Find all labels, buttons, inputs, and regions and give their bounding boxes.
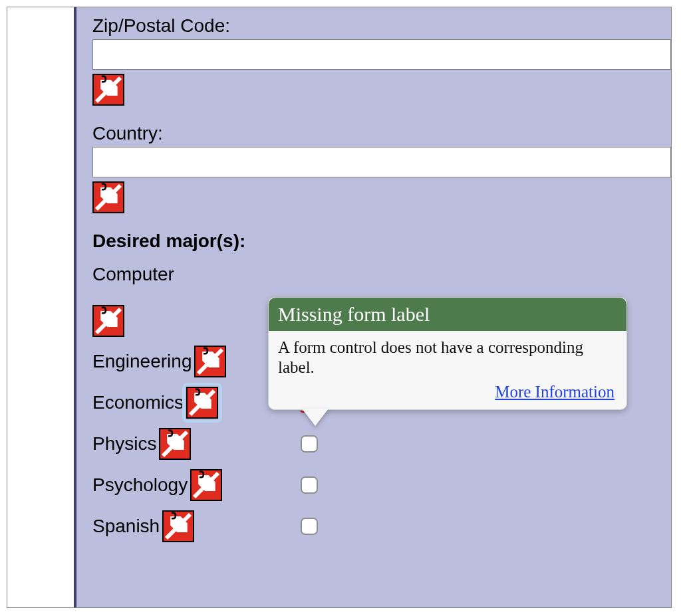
- major-label: Computer: [92, 264, 671, 285]
- missing-label-icon[interactable]: [92, 74, 124, 106]
- missing-label-icon[interactable]: [190, 469, 222, 501]
- desired-majors-heading: Desired major(s):: [92, 231, 671, 252]
- country-label: Country:: [92, 123, 671, 144]
- major-label: Physics: [92, 433, 156, 455]
- more-information-link[interactable]: More Information: [495, 383, 614, 401]
- major-checkbox[interactable]: [301, 435, 318, 453]
- major-label: Engineering: [92, 351, 192, 372]
- missing-label-icon[interactable]: [92, 181, 124, 213]
- zip-label: Zip/Postal Code:: [92, 15, 671, 37]
- missing-label-icon[interactable]: [159, 428, 191, 460]
- missing-label-icon[interactable]: [162, 510, 194, 542]
- major-label: Spanish: [92, 516, 160, 537]
- country-input[interactable]: [92, 147, 671, 177]
- major-row-physics: Physics: [92, 423, 671, 464]
- major-row-psychology: Psychology: [92, 464, 671, 506]
- zip-input[interactable]: [92, 39, 671, 70]
- major-checkbox[interactable]: [301, 476, 318, 494]
- missing-label-icon[interactable]: [194, 346, 226, 377]
- major-checkbox[interactable]: [301, 518, 318, 535]
- major-label: Economics: [92, 392, 184, 413]
- tooltip-pointer-icon: [302, 409, 329, 426]
- screenshot-frame: Zip/Postal Code: Country: Desired major(…: [7, 7, 672, 608]
- missing-label-icon[interactable]: [92, 305, 124, 337]
- major-row-spanish: Spanish: [92, 506, 671, 547]
- tooltip-body: A form control does not have a correspon…: [269, 331, 626, 381]
- error-tooltip: Missing form label A form control does n…: [268, 297, 627, 410]
- form-panel: Zip/Postal Code: Country: Desired major(…: [74, 7, 671, 607]
- major-label: Psychology: [92, 474, 188, 496]
- missing-label-icon[interactable]: [186, 387, 218, 419]
- tooltip-title: Missing form label: [269, 298, 626, 331]
